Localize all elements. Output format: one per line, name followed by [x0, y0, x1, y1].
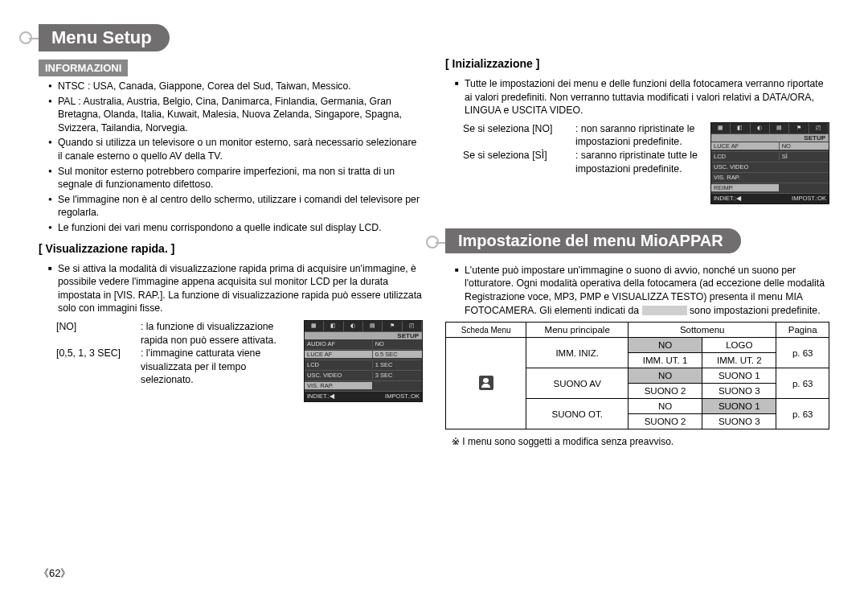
heading-informazioni: INFORMAZIONI [39, 60, 128, 76]
init-sel-si: Se si seleziona [SÌ] : saranno ripristin… [445, 149, 702, 175]
heading-inizializzazione: [ Inizializzazione ] [445, 55, 829, 72]
camera-screen-quickview: ▦◧◐▤⚑◰ SETUP AUDIO AFNO LUCE AF0.5 SEC L… [304, 320, 423, 402]
info-item: NTSC : USA, Canada, Giappone, Corea del … [48, 80, 423, 93]
init-intro-text: Tutte le impostazioni dei menu e delle f… [455, 77, 829, 117]
user-icon [479, 376, 493, 390]
info-item: Sul monitor esterno potrebbero comparire… [48, 165, 423, 191]
quick-view-intro: Se si attiva la modalità di visualizzazi… [39, 262, 423, 315]
info-item: Quando si utilizza un televisore o un mo… [48, 136, 423, 162]
icon-cell [446, 338, 526, 429]
info-item: Le funzioni dei vari menu corrispondono … [48, 221, 423, 235]
quick-view-intro-text: Se si attiva la modalità di visualizzazi… [48, 262, 423, 315]
camera-screen-init: ▦◧◐▤⚑◰ SETUP LUCE AFNO LCDSÌ USC. VIDEO … [710, 122, 829, 204]
heading-quick-view: [ Visualizzazione rapida. ] [39, 240, 423, 257]
right-column: [ Inizializzazione ] Tutte le impostazio… [445, 24, 829, 447]
mycam-intro-text: L'utente può impostare un'immagine o suo… [455, 264, 829, 317]
info-item: Se l'immagine non è al centro dello sche… [48, 193, 423, 220]
mycam-intro: L'utente può impostare un'immagine o suo… [445, 264, 829, 317]
page-number: 《62》 [39, 566, 71, 581]
title-bar-left: Menu Setup [39, 24, 423, 51]
title-mioappar: Impostazione del menu MioAPPAR [445, 228, 741, 253]
qv-row-no: [NO] : la funzione di visualizzazione ra… [39, 320, 296, 347]
info-list: NTSC : USA, Canada, Giappone, Corea del … [39, 80, 423, 235]
init-sel-no: Se si seleziona [NO] : non saranno ripri… [445, 122, 702, 149]
table-footnote: ※ I menu sono soggetti a modifica senza … [445, 436, 829, 447]
qv-row-sec: [0,5, 1, 3 SEC] : l'immagine catturata v… [39, 347, 296, 387]
info-item: PAL : Australia, Austria, Belgio, Cina, … [48, 95, 423, 135]
title-menu-setup: Menu Setup [39, 24, 170, 51]
mycam-table: Scheda Menu Menu principale Sottomenu Pa… [445, 322, 829, 429]
init-intro: Tutte le impostazioni dei menu e delle f… [445, 77, 829, 117]
left-column: Menu Setup INFORMAZIONI NTSC : USA, Cana… [39, 24, 423, 447]
title-bar-right: Impostazione del menu MioAPPAR [445, 228, 829, 256]
